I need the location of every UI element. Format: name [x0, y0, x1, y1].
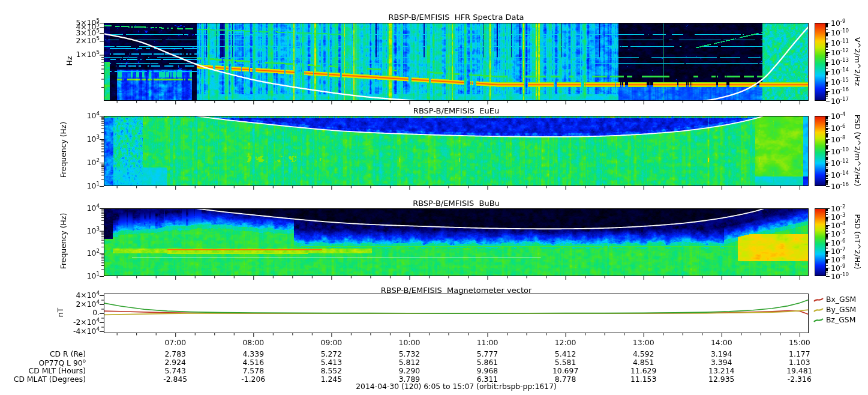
colorbar-tick-label: 10-12 — [831, 48, 849, 56]
ephemeris-value: 11.153 — [617, 375, 671, 383]
y-tick-label: 103 — [0, 134, 100, 143]
ephemeris-value: 5.413 — [304, 358, 358, 366]
ephemeris-value: 5.732 — [382, 350, 436, 358]
ephemeris-value: 13.214 — [695, 367, 749, 375]
colorbar-tick-label: 10-15 — [831, 77, 849, 86]
ephemeris-value: 8.778 — [539, 375, 593, 383]
colorbar-tick-label: 10-14 — [831, 170, 849, 179]
colorbar-tick-label: 10-16 — [831, 182, 849, 190]
colorbar-tick-label: 10-6 — [831, 124, 845, 132]
colorbar-tick-label: 10-8 — [831, 135, 845, 143]
colorbar-tick-label: 10-13 — [831, 58, 849, 66]
colorbar-tick-label: 10-4 — [831, 112, 845, 120]
time-tick-label: 07:00 — [154, 339, 196, 346]
colorbar-tick-label: 10-9 — [831, 19, 845, 27]
colorbar-tick-label: 10-14 — [831, 67, 849, 76]
colorbar-tick-label: 10-17 — [831, 97, 849, 105]
ephemeris-row-label: CD R (Re) — [0, 350, 86, 358]
ephemeris-value: 5.581 — [539, 358, 593, 366]
time-tick-label: 09:00 — [310, 339, 352, 346]
figure-caption: 2014-04-30 (120) 6:05 to 15:07 (orbit:rb… — [104, 382, 809, 390]
ephemeris-value: 1.245 — [304, 375, 358, 383]
ephemeris-value: 4.339 — [226, 350, 280, 358]
ephemeris-value: 5.861 — [461, 358, 515, 366]
time-tick-label: 10:00 — [388, 339, 430, 346]
spectrogram-figure: RBSP-B/EMFISIS HFR Spectra Data RBSP-B/E… — [0, 0, 868, 395]
time-tick-label: 12:00 — [545, 339, 587, 346]
ephemeris-value: 9.290 — [382, 367, 436, 375]
colorbar-tick-label: 10-3 — [831, 213, 845, 221]
ephemeris-value: 3.394 — [695, 358, 749, 366]
colorbar-tick-label: 10-10 — [831, 272, 849, 280]
ephemeris-value: 4.516 — [226, 358, 280, 366]
y-tick-label: 2×104 — [0, 300, 100, 308]
y-tick-label: 103 — [0, 226, 100, 235]
hfr-panel-title: RBSP-B/EMFISIS HFR Spectra Data — [104, 13, 809, 22]
ephemeris-value: 4.851 — [617, 358, 671, 366]
ephemeris-value: 4.592 — [617, 350, 671, 358]
time-tick-label: 08:00 — [232, 339, 274, 346]
ephemeris-row-label: CD MLT (Hours) — [0, 367, 86, 375]
eueu-panel-title: RBSP-B/EMFISIS EuEu — [104, 106, 809, 115]
y-tick-label: 2×105 — [0, 36, 100, 44]
colorbar-tick-label: 10-6 — [831, 238, 845, 247]
ephemeris-value: -2.845 — [148, 375, 202, 383]
colorbar-tick-label: 10-2 — [831, 204, 845, 213]
colorbar-tick-label: 10-12 — [831, 158, 849, 167]
hfr-colorbar-unit-label: V^2/m^2/Hz — [853, 17, 861, 107]
colorbar-tick-label: 10-5 — [831, 229, 845, 238]
colorbar-tick-label: 10-7 — [831, 247, 845, 255]
ephemeris-value: 2.783 — [148, 350, 202, 358]
ephemeris-value: 10.697 — [539, 367, 593, 375]
time-tick-label: 11:00 — [467, 339, 509, 346]
y-tick-label: 3×105 — [0, 28, 100, 37]
y-tick-label: 104 — [0, 111, 100, 119]
y-tick-label: 101 — [0, 271, 100, 280]
labels-layer: RBSP-B/EMFISIS HFR Spectra Data RBSP-B/E… — [0, 0, 868, 395]
colorbar-tick-label: 10-10 — [831, 147, 849, 155]
ephemeris-value: 11.629 — [617, 367, 671, 375]
ephemeris-value: 1.177 — [773, 350, 827, 358]
y-tick-label: -2×104 — [0, 318, 100, 326]
ephemeris-value: 5.743 — [148, 367, 202, 375]
ephemeris-value: 9.968 — [461, 367, 515, 375]
ephemeris-value: 6.311 — [461, 375, 515, 383]
colorbar-tick-label: 10-10 — [831, 28, 849, 37]
y-tick-label: 102 — [0, 249, 100, 257]
y-tick-label: 104 — [0, 204, 100, 212]
time-tick-label: 15:00 — [779, 339, 821, 346]
ephemeris-value: 3.194 — [695, 350, 749, 358]
ephemeris-value: 19.481 — [773, 367, 827, 375]
colorbar-tick-label: 10-9 — [831, 264, 845, 272]
y-tick-label: 1×105 — [0, 50, 100, 58]
ephemeris-value: 3.789 — [382, 375, 436, 383]
ephemeris-value: -1.206 — [226, 375, 280, 383]
eueu-colorbar-unit-label: PSD (V^2/m^2/Hz) — [853, 106, 861, 196]
ephemeris-value: 5.272 — [304, 350, 358, 358]
y-tick-label: 101 — [0, 181, 100, 190]
time-tick-label: 13:00 — [623, 339, 665, 346]
y-tick-label: 0. — [0, 309, 100, 316]
ephemeris-value: 8.552 — [304, 367, 358, 375]
ephemeris-value: 5.777 — [461, 350, 515, 358]
y-tick-label: 102 — [0, 158, 100, 166]
ephemeris-value: 2.924 — [148, 358, 202, 366]
ephemeris-value: 1.103 — [773, 358, 827, 366]
bubu-panel-title: RBSP-B/EMFISIS BuBu — [104, 199, 809, 208]
legend-label-bz-gsm: Bz_GSM — [826, 316, 855, 324]
legend-label-by-gsm: By_GSM — [826, 306, 856, 313]
colorbar-tick-label: 10-8 — [831, 255, 845, 264]
y-tick-label: -4×104 — [0, 327, 100, 335]
ephemeris-value: 5.812 — [382, 358, 436, 366]
magnetometer-panel-title: RBSP-B/EMFISIS Magnetometer vector — [104, 286, 809, 295]
y-tick-label: 4×104 — [0, 291, 100, 299]
legend-label-bx-gsm: Bx_GSM — [826, 295, 856, 303]
bubu-colorbar-unit-label: PSD (nT^2/Hz) — [853, 197, 861, 287]
ephemeris-value: 7.578 — [226, 367, 280, 375]
ephemeris-value: 5.412 — [539, 350, 593, 358]
colorbar-tick-label: 10-4 — [831, 221, 845, 229]
colorbar-tick-label: 10-16 — [831, 87, 849, 95]
ephemeris-value: 12.935 — [695, 375, 749, 383]
time-tick-label: 14:00 — [701, 339, 743, 346]
colorbar-tick-label: 10-11 — [831, 38, 849, 47]
